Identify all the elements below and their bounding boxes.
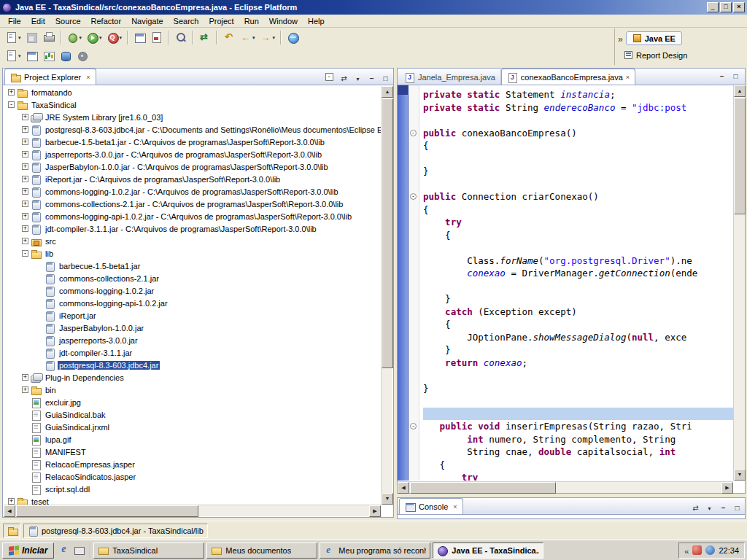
close-tab-icon[interactable]: ×: [626, 74, 630, 81]
project-explorer-tab[interactable]: Project Explorer ×: [4, 69, 96, 85]
tree-item[interactable]: +teset: [4, 495, 381, 505]
perspective-report-design[interactable]: Report Design: [618, 49, 693, 61]
compile-report-button[interactable]: [74, 48, 90, 64]
search-button[interactable]: [172, 30, 189, 46]
tree-item[interactable]: excluir.jpg: [4, 396, 381, 408]
tree-item[interactable]: +formatando: [4, 86, 381, 98]
tree-item[interactable]: commons-collections-2.1.jar: [4, 272, 381, 284]
taskbar-task[interactable]: Meus documentos: [206, 542, 317, 559]
forward-button[interactable]: [258, 30, 278, 46]
refresh-button[interactable]: [196, 30, 213, 46]
debug-button[interactable]: [64, 30, 85, 46]
tree-item[interactable]: +commons-logging-1.0.2.jar - C:\Arquivos…: [4, 185, 381, 198]
expand-node-icon[interactable]: +: [22, 151, 28, 158]
minimize-editor-icon[interactable]: [716, 71, 728, 82]
tree-item[interactable]: commons-logging-api-1.0.2.jar: [4, 297, 381, 309]
tree-item[interactable]: +jdt-compiler-3.1.1.jar - C:\Arquivos de…: [4, 222, 381, 235]
tree-item[interactable]: -TaxaSindical: [4, 98, 381, 111]
expand-node-icon[interactable]: +: [22, 225, 28, 232]
tree-item[interactable]: jasperreports-3.0.0.jar: [4, 334, 381, 346]
expand-node-icon[interactable]: +: [8, 498, 15, 505]
tree-item[interactable]: +barbecue-1.5-beta1.jar - C:\Arquivos de…: [4, 136, 381, 148]
web-browser-button[interactable]: [285, 30, 301, 46]
expand-node-icon[interactable]: +: [22, 213, 28, 219]
tree-item[interactable]: +JasperBabylon-1.0.0.jar - C:\Arquivos d…: [4, 160, 381, 173]
internet-explorer-icon[interactable]: [59, 545, 71, 556]
expand-node-icon[interactable]: +: [22, 201, 28, 207]
collapse-node-icon[interactable]: -: [8, 101, 15, 108]
tree-item[interactable]: commons-logging-1.0.2.jar: [4, 284, 381, 297]
minimize-view-icon[interactable]: [365, 73, 378, 85]
tree-item[interactable]: +iReport.jar - C:\Arquivos de programas\…: [4, 173, 381, 185]
expand-node-icon[interactable]: +: [22, 176, 28, 182]
back-button[interactable]: [237, 30, 258, 46]
maximize-view-icon[interactable]: [379, 73, 392, 85]
pin-console-icon[interactable]: [689, 502, 702, 514]
print-button[interactable]: [40, 30, 57, 46]
view-menu-icon[interactable]: [352, 73, 364, 85]
tree-item[interactable]: +jasperreports-3.0.0.jar - C:\Arquivos d…: [4, 148, 381, 160]
console-tab[interactable]: Console ×: [399, 498, 463, 514]
perspective-java-ee[interactable]: Java EE: [626, 31, 682, 45]
tree-item[interactable]: +JRE System Library [jre1.6.0_03]: [4, 111, 381, 123]
explorer-vertical-scrollbar[interactable]: ▲ ▼: [381, 86, 392, 505]
menu-navigate[interactable]: Navigate: [126, 15, 168, 27]
fold-collapse-icon[interactable]: -: [410, 130, 417, 136]
tree-item[interactable]: RelacaoSindicatos.jasper: [4, 470, 381, 483]
menu-window[interactable]: Window: [264, 15, 303, 27]
fast-view-cell[interactable]: [3, 524, 20, 538]
hide-tray-icons-icon[interactable]: [684, 544, 689, 557]
tree-item[interactable]: +commons-collections-2.1.jar - C:\Arquiv…: [4, 198, 381, 210]
link-with-editor-icon[interactable]: [338, 73, 350, 85]
menu-search[interactable]: Search: [169, 15, 204, 27]
tree-item[interactable]: -lib: [4, 247, 381, 260]
tree-item[interactable]: MANIFEST: [4, 446, 381, 458]
menu-project[interactable]: Project: [204, 15, 239, 27]
report-grid-button[interactable]: [23, 48, 40, 64]
expand-node-icon[interactable]: +: [22, 126, 28, 133]
taskbar-task[interactable]: Java EE - TaxaSindica...: [433, 542, 543, 559]
menu-source[interactable]: Source: [50, 15, 86, 27]
tree-item[interactable]: +Plug-in Dependencies: [4, 371, 381, 384]
expand-node-icon[interactable]: +: [22, 163, 28, 170]
minimize-console-icon[interactable]: [717, 502, 729, 514]
maximize-console-icon[interactable]: [731, 502, 743, 514]
new-report-button[interactable]: [148, 30, 165, 46]
editor-tab[interactable]: conexaoBancoEmpresa.java×: [501, 69, 635, 85]
close-icon[interactable]: [733, 2, 745, 12]
expand-node-icon[interactable]: +: [22, 386, 28, 393]
menu-run[interactable]: Run: [239, 15, 264, 27]
window-titlebar[interactable]: Java EE - TaxaSindical/src/conexaoBancoE…: [0, 0, 747, 15]
taskbar-task[interactable]: TaxaSindical: [93, 542, 204, 559]
save-button[interactable]: [23, 30, 40, 46]
close-view-icon[interactable]: ×: [86, 74, 90, 81]
tree-item[interactable]: postgresql-8.3-603.jdbc4.jar: [4, 359, 381, 371]
show-desktop-icon[interactable]: [73, 545, 85, 556]
menu-file[interactable]: File: [3, 15, 26, 27]
new-java-file-button[interactable]: [3, 48, 23, 64]
last-edit-location-button[interactable]: [220, 30, 237, 46]
start-button[interactable]: Iniciar: [2, 542, 54, 559]
collapse-node-icon[interactable]: -: [22, 250, 28, 257]
run-report-button[interactable]: [104, 30, 125, 46]
tray-app-icon-blue[interactable]: [705, 545, 715, 555]
tree-item[interactable]: jdt-compiler-3.1.1.jar: [4, 346, 381, 359]
minimize-icon[interactable]: [707, 2, 719, 12]
tree-item[interactable]: script.sql.ddl: [4, 483, 381, 495]
editor-horizontal-scrollbar[interactable]: ◀ ▶: [398, 481, 733, 493]
tray-app-icon-red[interactable]: [692, 545, 702, 555]
tree-item[interactable]: +bin: [4, 384, 381, 396]
expand-node-icon[interactable]: +: [22, 238, 28, 244]
maximize-editor-icon[interactable]: [729, 71, 742, 82]
editor-vertical-scrollbar[interactable]: ▲ ▼: [733, 85, 745, 481]
tree-item[interactable]: RelacaoEmpresas.jasper: [4, 458, 381, 470]
new-table-button[interactable]: [131, 30, 148, 46]
tree-item[interactable]: iReport.jar: [4, 309, 381, 322]
expand-node-icon[interactable]: +: [22, 114, 28, 120]
expand-node-icon[interactable]: +: [22, 374, 28, 381]
tree-item[interactable]: +commons-logging-api-1.0.2.jar - C:\Arqu…: [4, 210, 381, 222]
perspective-overflow-icon[interactable]: [618, 32, 623, 45]
run-button[interactable]: [84, 30, 104, 46]
maximize-icon[interactable]: [720, 2, 732, 12]
fold-collapse-icon[interactable]: -: [410, 193, 417, 200]
